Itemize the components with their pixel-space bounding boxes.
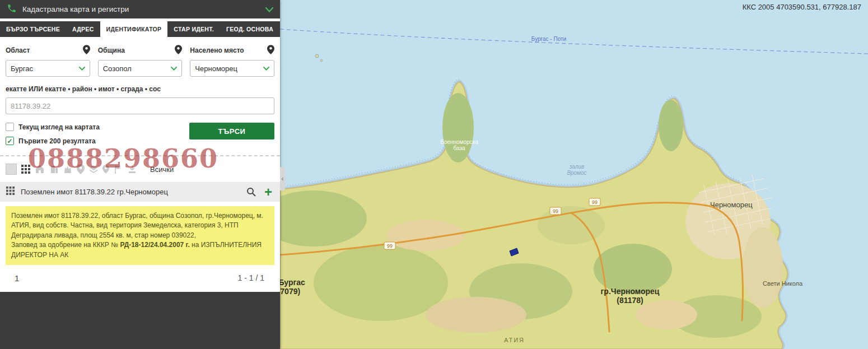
islet — [320, 59, 323, 62]
sidebar-footer — [0, 292, 280, 349]
road-shield: 99 — [550, 207, 561, 215]
tab-quick-search[interactable]: БЪРЗО ТЪРСЕНЕ — [0, 21, 66, 37]
first-results-checkbox[interactable]: ✓ — [6, 137, 14, 145]
chevron-down-icon — [171, 67, 177, 71]
naseleno-label: Населено място — [190, 46, 244, 54]
obshtina-value: Созопол — [103, 64, 132, 73]
region-filters: Област Бургас Община — [6, 43, 274, 77]
current-view-checkbox[interactable] — [6, 123, 14, 131]
obshtina-select[interactable]: Созопол — [98, 60, 183, 77]
home-icon[interactable] — [35, 164, 45, 174]
map-coordinates: ККС 2005 4703590.531, 677928.187 — [743, 3, 861, 11]
filter-none-swatch[interactable] — [6, 164, 17, 175]
tab-identifier[interactable]: ИДЕНТИФИКАТОР — [100, 21, 168, 37]
islet — [315, 54, 319, 58]
oblast-label: Област — [6, 46, 30, 54]
map-canvas[interactable]: 99 99 99 — [280, 0, 868, 349]
map-view[interactable]: 99 99 99 ККС 2005 4703590.531, 677928.18… — [280, 0, 868, 349]
panel-collapse-handle[interactable]: ‹ — [280, 167, 285, 190]
oblast-select[interactable]: Бургас — [6, 60, 90, 77]
page-number[interactable]: 1 — [15, 273, 19, 283]
layers-icon[interactable] — [88, 164, 99, 174]
oblast-value: Бургас — [11, 64, 33, 73]
building-icon[interactable] — [49, 164, 59, 174]
naseleno-select[interactable]: Черноморец — [190, 60, 274, 77]
collapse-panel-icon: ‹ — [282, 175, 284, 183]
ekatte-hint-label: екатте ИЛИ екатте • район • имот • сград… — [6, 85, 274, 93]
naseleno-pin-icon[interactable] — [267, 45, 274, 56]
chevron-down-icon — [79, 67, 85, 71]
chevron-down-icon — [263, 67, 269, 71]
pagination: 1 1 - 1 / 1 — [6, 265, 274, 292]
tab-address[interactable]: АДРЕС — [66, 21, 100, 37]
svg-text:99: 99 — [592, 199, 598, 205]
search-button[interactable]: ТЪРСИ — [189, 123, 274, 139]
sidebar: Кадастрална карта и регистри БЪРЗО ТЪРСЕ… — [0, 0, 280, 349]
result-item-title: Поземлен имот 81178.39.22 гр.Черноморец — [21, 188, 241, 196]
search-panel: Област Бургас Община — [0, 37, 280, 292]
current-view-label: Текущ изглед на картата — [18, 123, 100, 131]
result-detail-order: РД-18-12/24.04.2007 г. — [120, 241, 189, 249]
chevron-down-icon[interactable] — [265, 4, 273, 15]
result-detail-note: Поземлен имот 81178.39.22, област Бургас… — [6, 206, 274, 265]
page-info: 1 - 1 / 1 — [238, 273, 264, 282]
pin-icon[interactable] — [77, 164, 85, 174]
result-item-header[interactable]: Поземлен имот 81178.39.22 гр.Черноморец … — [0, 182, 280, 202]
identifier-input[interactable] — [6, 97, 274, 114]
obshtina-label: Община — [98, 46, 125, 54]
first-results-label: Първите 200 резултата — [18, 137, 96, 145]
first-results-checkbox-row[interactable]: ✓ Първите 200 резултата — [6, 137, 189, 145]
result-filter-bar: Всички — [6, 156, 274, 181]
svg-text:99: 99 — [553, 208, 558, 214]
download-icon[interactable] — [127, 164, 137, 174]
phone-icon — [7, 3, 17, 16]
tab-bar: БЪРЗО ТЪРСЕНЕ АДРЕС ИДЕНТИФИКАТОР СТАР И… — [0, 21, 280, 37]
app: Кадастрална карта и регистри БЪРЗО ТЪРСЕ… — [0, 0, 868, 349]
current-view-checkbox-row[interactable]: Текущ изглед на картата — [6, 123, 189, 131]
road-shield: 99 — [384, 242, 395, 249]
tab-geod-base[interactable]: ГЕОД. ОСНОВА — [220, 21, 279, 37]
add-result-icon[interactable]: + — [262, 187, 274, 197]
oblast-pin-icon[interactable] — [83, 45, 90, 56]
obshtina-pin-icon[interactable] — [175, 45, 182, 56]
road-shield: 99 — [589, 198, 600, 206]
industrial-icon[interactable] — [63, 164, 73, 174]
parcels-grid-icon[interactable] — [21, 164, 31, 174]
zoom-to-result-icon[interactable] — [246, 187, 256, 197]
flag-icon[interactable] — [113, 164, 123, 174]
svg-text:99: 99 — [387, 243, 393, 249]
filter-all-label[interactable]: Всички — [150, 165, 174, 174]
poi-pin-icon[interactable] — [102, 165, 109, 174]
parcel-grid-icon — [6, 186, 15, 198]
tab-old-ident[interactable]: СТАР ИДЕНТ. — [167, 21, 220, 37]
app-header-dropdown[interactable]: Кадастрална карта и регистри — [0, 0, 280, 21]
app-title: Кадастрална карта и регистри — [22, 5, 260, 13]
naseleno-value: Черноморец — [195, 64, 237, 73]
